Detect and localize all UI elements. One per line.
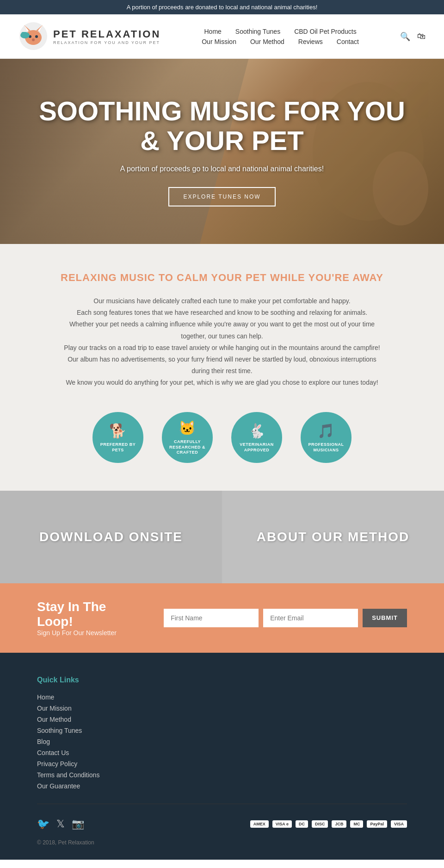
newsletter-subtitle: Sign Up For Our Newsletter [37, 629, 145, 637]
relax-para-3: Whether your pet needs a calming influen… [60, 318, 384, 342]
payment-amex: AMEX [250, 820, 269, 828]
footer: Quick Links Home Our Mission Our Method … [0, 653, 444, 860]
logo-icon [18, 21, 49, 51]
instagram-icon[interactable]: 📷 [72, 818, 84, 830]
split-section: DOWNLOAD ONSITE ABOUT OUR METHOD [0, 491, 444, 583]
split-left: DOWNLOAD ONSITE [0, 491, 222, 583]
badge-rabbit-icon: 🐇 [248, 422, 265, 440]
relax-para-4: Play our tracks on a road trip to ease t… [60, 342, 384, 354]
newsletter-text: Stay In The Loop! Sign Up For Our Newsle… [37, 599, 145, 637]
payment-mastercard: MC [350, 820, 363, 828]
nav-cbd-oil[interactable]: CBD Oil Pet Products [294, 28, 357, 35]
header: Pet RelaXation Relaxation For You And Yo… [0, 14, 444, 59]
payment-visa: VISA [391, 820, 407, 828]
logo-subtitle: Relaxation For You And Your Pet [53, 40, 160, 45]
nav-row-1: Home Soothing Tunes CBD Oil Pet Products [204, 28, 357, 35]
badge-preferred-by-pets: 🐕 PREFERRED BY PETS [92, 412, 143, 463]
top-banner: A portion of proceeds are donated to loc… [0, 0, 444, 14]
logo-area: Pet RelaXation Relaxation For You And Yo… [18, 21, 160, 51]
twitter-icon[interactable]: 𝕏 [56, 818, 65, 830]
badge-label-1: CAREFULLY RESEARCHED & CRAFTED [168, 439, 207, 456]
payment-discover: DISC [312, 820, 328, 828]
footer-link-home[interactable]: Home [37, 693, 407, 701]
footer-link-soothing-tunes[interactable]: Soothing Tunes [37, 727, 407, 734]
badge-music-icon: 🎵 [317, 422, 335, 440]
svg-point-8 [35, 35, 38, 38]
badge-vet-approved: 🐇 VETERINARIAN APPROVED [231, 412, 282, 463]
top-banner-text: A portion of proceeds are donated to loc… [127, 4, 318, 11]
payment-paypal: PayPal [367, 820, 387, 828]
footer-copyright: © 2018, Pet Relaxation [37, 839, 407, 846]
badge-label-3: PROFESSIONAL MUSICIANS [307, 442, 345, 453]
nav-soothing-tunes[interactable]: Soothing Tunes [235, 28, 280, 35]
explore-tunes-button[interactable]: EXPLORE TUNES NOW [168, 187, 275, 206]
logo-text-area: Pet RelaXation Relaxation For You And Yo… [53, 28, 160, 45]
payment-visa-electron: VISA e [272, 820, 292, 828]
relax-para-2: Each song features tones that we have re… [60, 307, 384, 318]
submit-button[interactable]: SUBMIT [363, 609, 407, 627]
footer-link-mission[interactable]: Our Mission [37, 705, 407, 712]
hero-section: SOOTHING MUSIC FOR YOU & YOUR PET A port… [0, 59, 444, 244]
relax-para-6: We know you would do anything for your p… [60, 377, 384, 388]
badge-professional-musicians: 🎵 PROFESSIONAL MUSICIANS [301, 412, 352, 463]
first-name-input[interactable] [164, 609, 259, 627]
badge-label-0: PREFERRED BY PETS [99, 442, 137, 453]
footer-links: Home Our Mission Our Method Soothing Tun… [37, 693, 407, 790]
hero-subtitle: A portion of proceeds go to local and na… [28, 165, 416, 173]
footer-divider [37, 804, 407, 804]
nav-home[interactable]: Home [204, 28, 222, 35]
payment-icons: AMEX VISA e DC DISC JCB MC PayPal VISA [250, 820, 407, 828]
about-method-title: ABOUT OUR METHOD [257, 530, 410, 544]
search-icon[interactable]: 🔍 [400, 31, 410, 42]
footer-link-method[interactable]: Our Method [37, 716, 407, 723]
social-links: 🐦 𝕏 📷 [37, 818, 84, 830]
badges-row: 🐕 PREFERRED BY PETS 🐱 CAREFULLY RESEARCH… [37, 412, 407, 463]
badge-carefully-researched: 🐱 CAREFULLY RESEARCHED & CRAFTED [162, 412, 213, 463]
download-onsite-title: DOWNLOAD ONSITE [39, 530, 183, 544]
payment-jcb: JCB [332, 820, 346, 828]
relax-body-text: Our musicians have delicately crafted ea… [60, 295, 384, 389]
footer-bottom: 🐦 𝕏 📷 AMEX VISA e DC DISC JCB MC PayPal … [37, 818, 407, 830]
payment-diners: DC [296, 820, 308, 828]
footer-link-privacy[interactable]: Privacy Policy [37, 760, 407, 768]
newsletter-section: Stay In The Loop! Sign Up For Our Newsle… [0, 583, 444, 653]
cart-icon[interactable]: 🛍 [417, 31, 426, 41]
badge-label-2: VETERINARIAN APPROVED [237, 442, 276, 453]
footer-link-contact[interactable]: Contact Us [37, 749, 407, 756]
logo-title: Pet RelaXation [53, 28, 160, 40]
footer-link-blog[interactable]: Blog [37, 738, 407, 745]
email-input[interactable] [263, 609, 358, 627]
relax-para-5: Our album has no advertisements, so your… [60, 354, 384, 377]
header-icons: 🔍 🛍 [400, 31, 426, 42]
relax-title: RELAXING MUSIC TO CALM YOUR PET WHILE YO… [37, 272, 407, 284]
footer-link-terms[interactable]: Terms and Conditions [37, 771, 407, 779]
relax-section: RELAXING MUSIC TO CALM YOUR PET WHILE YO… [0, 244, 444, 491]
split-right: ABOUT OUR METHOD [222, 491, 444, 583]
relax-para-1: Our musicians have delicately crafted ea… [60, 295, 384, 307]
nav-our-method[interactable]: Our Method [250, 38, 284, 45]
badge-cat-icon: 🐱 [179, 419, 196, 437]
nav-contact[interactable]: Contact [337, 38, 359, 45]
nav-row-2: Our Mission Our Method Reviews Contact [202, 38, 359, 45]
footer-link-guarantee[interactable]: Our Guarantee [37, 782, 407, 790]
newsletter-title: Stay In The Loop! [37, 599, 145, 629]
nav-reviews[interactable]: Reviews [298, 38, 323, 45]
svg-point-10 [21, 32, 25, 36]
badge-dog-icon: 🐕 [109, 422, 127, 440]
quick-links-title: Quick Links [37, 676, 407, 684]
hero-content: SOOTHING MUSIC FOR YOU & YOUR PET A port… [0, 96, 444, 206]
main-nav: Home Soothing Tunes CBD Oil Pet Products… [160, 28, 400, 45]
facebook-icon[interactable]: 🐦 [37, 818, 49, 830]
nav-our-mission[interactable]: Our Mission [202, 38, 236, 45]
newsletter-form: SUBMIT [164, 609, 407, 627]
hero-title: SOOTHING MUSIC FOR YOU & YOUR PET [28, 96, 416, 156]
svg-point-6 [32, 38, 35, 41]
